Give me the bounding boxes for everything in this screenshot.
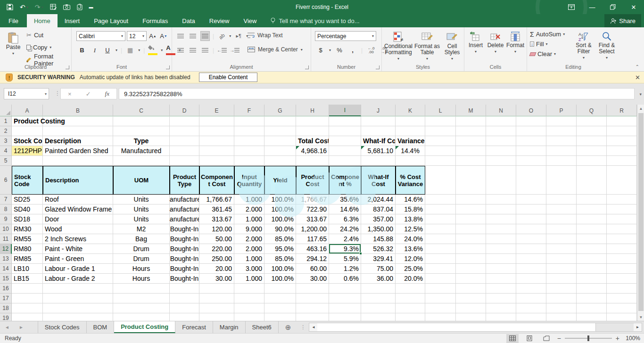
cell-H14[interactable]: 60.00: [296, 264, 329, 274]
delete-cells-button[interactable]: Delete▾: [486, 28, 505, 55]
bold-button[interactable]: B: [77, 45, 87, 55]
cell-K6[interactable]: % Cost Variance: [396, 166, 425, 195]
cell-A15[interactable]: LB15: [12, 274, 43, 284]
font-size-combo[interactable]: 12▾: [127, 31, 147, 41]
cell-J17[interactable]: [361, 294, 396, 303]
cell-J11[interactable]: 145.88: [361, 234, 396, 244]
cell-Q5[interactable]: [577, 156, 607, 166]
save-icon[interactable]: [7, 4, 13, 10]
cell-B5[interactable]: [43, 156, 113, 166]
column-header-A[interactable]: A: [12, 105, 43, 116]
italic-button[interactable]: I: [90, 45, 99, 55]
close-icon[interactable]: ✕: [623, 0, 644, 14]
cell-B15[interactable]: Labour - Grade 2: [43, 274, 113, 284]
cell-M3[interactable]: [456, 136, 486, 146]
cell-R17[interactable]: [607, 294, 637, 303]
cell-I7[interactable]: 35.6%: [329, 195, 361, 204]
cell-K16[interactable]: [396, 284, 425, 294]
cell-N9[interactable]: [486, 214, 516, 224]
cell-H18[interactable]: [296, 303, 329, 313]
column-header-H[interactable]: H: [296, 105, 329, 116]
accounting-format-icon[interactable]: $: [316, 45, 325, 55]
cell-G8[interactable]: 100.0%: [264, 204, 296, 214]
horizontal-scrollbar[interactable]: ◄ ►: [309, 323, 642, 332]
cell-B16[interactable]: [43, 284, 113, 294]
cell-J9[interactable]: 357.00: [361, 214, 396, 224]
cell-C10[interactable]: M2: [113, 224, 170, 234]
cell-N10[interactable]: [486, 224, 516, 234]
insert-function-icon[interactable]: fx: [105, 90, 109, 98]
cell-L6[interactable]: [425, 166, 456, 195]
enter-icon[interactable]: ✓: [86, 90, 91, 98]
cell-I14[interactable]: 1.2%: [329, 264, 361, 274]
clear-button[interactable]: Clear▾: [530, 50, 565, 58]
cell-L17[interactable]: [425, 294, 456, 303]
cell-I1[interactable]: [329, 116, 361, 126]
column-header-D[interactable]: D: [170, 105, 199, 116]
cell-M13[interactable]: [456, 254, 486, 264]
cell-I11[interactable]: 2.4%: [329, 234, 361, 244]
alignment-dialog-launcher[interactable]: [305, 65, 309, 69]
font-dialog-launcher[interactable]: [166, 65, 170, 69]
tab-data[interactable]: Data: [175, 14, 202, 27]
cell-I18[interactable]: [329, 303, 361, 313]
cell-I5[interactable]: [329, 156, 361, 166]
column-header-N[interactable]: N: [486, 105, 516, 116]
cancel-icon[interactable]: ×: [68, 90, 72, 98]
cell-M17[interactable]: [456, 294, 486, 303]
cell-L10[interactable]: [425, 224, 456, 234]
fill-color-icon[interactable]: [148, 45, 157, 55]
cell-P12[interactable]: [546, 244, 577, 254]
row-header-7[interactable]: 7: [0, 195, 12, 204]
cell-Q14[interactable]: [577, 264, 607, 274]
cell-P3[interactable]: [546, 136, 577, 146]
cell-O14[interactable]: [516, 264, 546, 274]
cell-A17[interactable]: [12, 294, 43, 303]
cell-D5[interactable]: [170, 156, 199, 166]
cell-H2[interactable]: [296, 126, 329, 136]
cell-C18[interactable]: [113, 303, 170, 313]
cell-F16[interactable]: [234, 284, 264, 294]
normal-view-icon[interactable]: [506, 334, 519, 343]
cell-J7[interactable]: 2,024.44: [361, 195, 396, 204]
row-header-13[interactable]: 13: [0, 254, 12, 264]
customize-qat-icon[interactable]: ▬: [89, 5, 93, 9]
cell-P1[interactable]: [546, 116, 577, 126]
cell-N17[interactable]: [486, 294, 516, 303]
cell-I12[interactable]: 9.3%: [329, 244, 361, 254]
cell-G3[interactable]: [264, 136, 296, 146]
cell-K2[interactable]: [396, 126, 425, 136]
cell-M9[interactable]: [456, 214, 486, 224]
cell-J2[interactable]: [361, 126, 396, 136]
cell-K7[interactable]: 14.6%: [396, 195, 425, 204]
cell-L4[interactable]: [425, 146, 456, 156]
cell-P16[interactable]: [546, 284, 577, 294]
cell-F3[interactable]: [234, 136, 264, 146]
cell-M19[interactable]: [456, 313, 486, 321]
cell-O3[interactable]: [516, 136, 546, 146]
cell-C7[interactable]: Units: [113, 195, 170, 204]
cell-M4[interactable]: [456, 146, 486, 156]
cell-B2[interactable]: [43, 126, 113, 136]
cell-J8[interactable]: 837.04: [361, 204, 396, 214]
row-header-14[interactable]: 14: [0, 264, 12, 274]
cell-F19[interactable]: [234, 313, 264, 321]
cell-D19[interactable]: [170, 313, 199, 321]
cell-H13[interactable]: 294.12: [296, 254, 329, 264]
minimize-icon[interactable]: —: [582, 0, 603, 14]
cell-K9[interactable]: 13.8%: [396, 214, 425, 224]
cell-N3[interactable]: [486, 136, 516, 146]
row-header-3[interactable]: 3: [0, 136, 12, 146]
cell-H15[interactable]: 30.00: [296, 274, 329, 284]
cell-N15[interactable]: [486, 274, 516, 284]
cell-G19[interactable]: [264, 313, 296, 321]
cell-G17[interactable]: [264, 294, 296, 303]
cell-C12[interactable]: Drum: [113, 244, 170, 254]
column-header-M[interactable]: M: [456, 105, 486, 116]
cell-C4[interactable]: Manufactured: [113, 146, 170, 156]
align-top-icon[interactable]: [176, 31, 185, 41]
cell-N1[interactable]: [486, 116, 516, 126]
cell-P15[interactable]: [546, 274, 577, 284]
cell-D14[interactable]: Bought-In: [170, 264, 199, 274]
column-header-G[interactable]: G: [264, 105, 296, 116]
